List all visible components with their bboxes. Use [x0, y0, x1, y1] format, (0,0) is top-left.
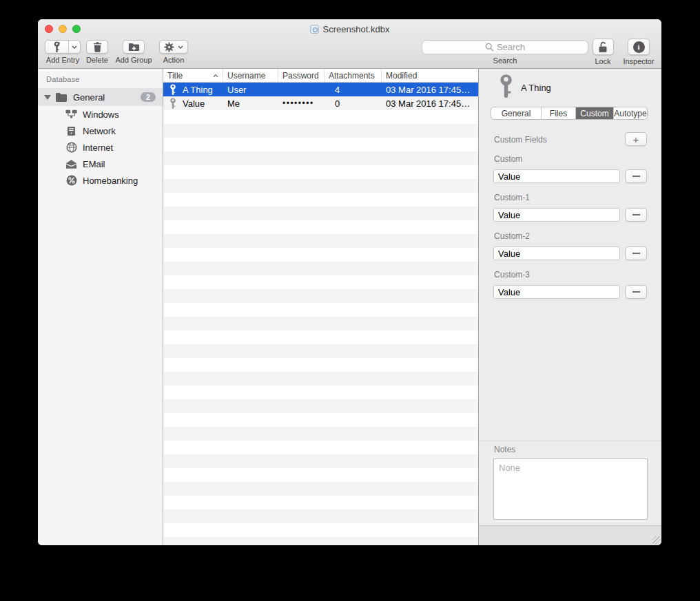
tab-autotype[interactable]: Autotype	[614, 107, 647, 119]
add-entry-label: Add Entry	[46, 56, 79, 64]
tab-custom[interactable]: Custom	[576, 107, 614, 119]
inspector-button[interactable]: i	[628, 39, 650, 55]
gear-icon	[164, 42, 174, 52]
lock-label: Lock	[595, 57, 610, 65]
action-label: Action	[163, 56, 185, 64]
table-row[interactable]: Value Me •••••••• 0 03 Mar 2016 17:45…	[163, 96, 478, 110]
notes-textarea[interactable]	[493, 458, 648, 520]
cell-password	[278, 83, 325, 96]
inspector-tabs: General Files Custom Autotype	[491, 107, 648, 120]
window-title: Screenshot.kdbx	[323, 24, 390, 34]
minus-icon	[632, 176, 640, 177]
custom-field-input[interactable]	[493, 169, 620, 183]
delete-label: Delete	[86, 56, 108, 64]
key-plus-icon	[45, 41, 68, 53]
remove-custom-field-button[interactable]	[625, 208, 647, 222]
info-icon: i	[633, 41, 645, 53]
envelope-icon	[65, 158, 77, 170]
search-icon	[485, 43, 494, 52]
minus-icon	[632, 291, 640, 293]
custom-field-input[interactable]	[493, 246, 620, 260]
cell-username: Me	[223, 96, 278, 110]
folder-plus-icon	[128, 43, 140, 52]
add-group-button[interactable]	[123, 40, 145, 54]
tab-files[interactable]: Files	[542, 107, 576, 119]
custom-fields-header: Custom Fields	[494, 135, 547, 145]
sidebar-item-general[interactable]: General 2	[38, 88, 163, 106]
remove-custom-field-button[interactable]	[625, 246, 647, 260]
custom-field-input[interactable]	[493, 208, 620, 222]
server-icon	[65, 125, 77, 137]
sidebar-item-label: Internet	[83, 143, 113, 153]
content: Database General 2 Windows Network	[38, 69, 661, 545]
app-window: Screenshot.kdbx Add Entry Delete	[38, 19, 661, 545]
inspector-bottom-bar	[479, 525, 661, 545]
key-icon	[499, 74, 513, 99]
cell-password: ••••••••	[278, 96, 325, 110]
folder-icon	[55, 92, 68, 102]
custom-field-input[interactable]	[493, 285, 620, 299]
window-title-area: Screenshot.kdbx	[38, 19, 661, 39]
add-entry-button[interactable]	[45, 40, 81, 54]
cell-modified: 03 Mar 2016 17:45…	[382, 83, 478, 96]
sidebar-item-windows[interactable]: Windows	[38, 106, 163, 123]
search-label: Search	[493, 56, 517, 65]
cell-title: A Thing	[183, 85, 213, 95]
globe-icon	[65, 142, 77, 154]
workgroup-icon	[65, 109, 77, 120]
table-row[interactable]: A Thing User 4 03 Mar 2016 17:45…	[163, 83, 478, 96]
action-button[interactable]	[159, 40, 188, 54]
entry-count-badge: 2	[141, 92, 156, 102]
lock-group: Lock	[589, 40, 617, 65]
custom-field-label: Custom-1	[494, 193, 530, 202]
remove-custom-field-button[interactable]	[625, 169, 647, 183]
tab-general[interactable]: General	[491, 107, 542, 119]
table-empty-area	[163, 110, 478, 545]
column-header-username[interactable]: Username	[223, 69, 278, 82]
sidebar-item-label: Network	[83, 126, 116, 136]
column-header-attachments[interactable]: Attachments	[325, 69, 382, 82]
custom-field-label: Custom-3	[494, 270, 530, 280]
table-header: Title Username Password Attachments Modi…	[163, 69, 478, 83]
column-header-password[interactable]: Password	[278, 69, 325, 82]
delete-button[interactable]	[86, 40, 108, 54]
add-entry-dropdown[interactable]	[68, 41, 80, 53]
inspector-label: Inspector	[623, 57, 654, 65]
sidebar-item-email[interactable]: EMail	[38, 156, 163, 172]
column-header-modified[interactable]: Modified	[382, 69, 478, 82]
add-custom-field-button[interactable]: +	[625, 132, 647, 146]
search-placeholder: Search	[497, 42, 525, 52]
sidebar-item-internet[interactable]: Internet	[38, 139, 163, 156]
divider	[479, 441, 661, 441]
remove-custom-field-button[interactable]	[625, 285, 647, 299]
key-icon	[169, 84, 176, 96]
sidebar: Database General 2 Windows Network	[38, 69, 163, 545]
plus-icon: +	[633, 134, 639, 145]
resize-grip[interactable]	[652, 536, 661, 545]
lock-open-icon	[598, 41, 608, 53]
column-header-title[interactable]: Title	[163, 69, 223, 82]
search-group: Search Search	[422, 40, 588, 65]
cell-username: User	[223, 83, 278, 96]
custom-field-label: Custom-2	[494, 231, 530, 241]
chevron-down-icon	[72, 45, 77, 49]
cell-attachments: 0	[325, 96, 382, 110]
sidebar-item-label: Homebanking	[83, 176, 138, 186]
sidebar-item-label: EMail	[83, 159, 105, 169]
search-input[interactable]: Search	[422, 40, 588, 54]
sidebar-item-label: Windows	[83, 109, 119, 120]
lock-button[interactable]	[593, 39, 614, 55]
disclosure-triangle-icon[interactable]	[44, 95, 51, 100]
sidebar-section-header: Database	[38, 69, 163, 83]
screen: Screenshot.kdbx Add Entry Delete	[0, 0, 700, 601]
delete-group: Delete	[83, 40, 111, 64]
entry-table: Title Username Password Attachments Modi…	[163, 69, 479, 545]
cell-modified: 03 Mar 2016 17:45…	[382, 96, 478, 110]
sidebar-item-network[interactable]: Network	[38, 123, 163, 139]
sidebar-item-homebanking[interactable]: Homebanking	[38, 172, 163, 189]
cell-attachments: 4	[325, 83, 382, 96]
percent-icon	[65, 175, 77, 187]
minus-icon	[632, 214, 640, 215]
inspector-panel: A Thing General Files Custom Autotype Cu…	[479, 69, 661, 545]
add-group-label: Add Group	[115, 56, 152, 64]
